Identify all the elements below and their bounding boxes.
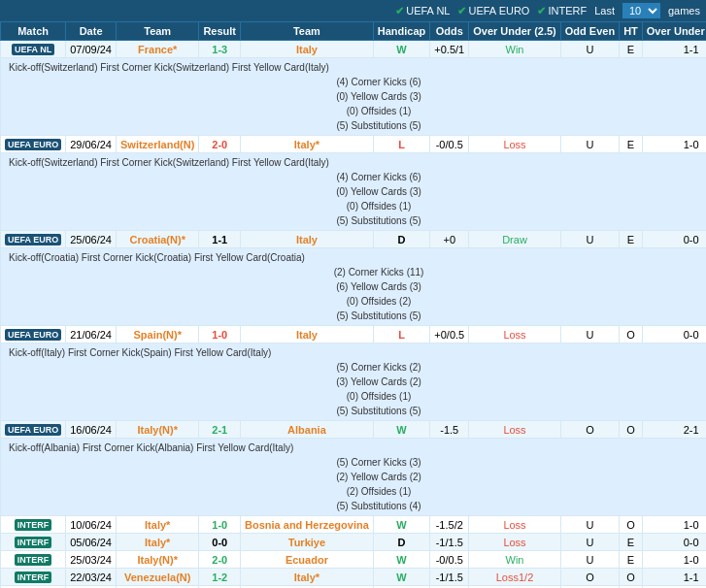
odd-even-cell: E [620, 41, 643, 58]
detail-row: Kick-off(Switzerland) First Corner Kick(… [1, 153, 707, 231]
competition-cell: UEFA EURO [1, 326, 66, 343]
result-cell: 2-0 [199, 136, 241, 153]
table-row: UEFA EURO 29/06/24 Switzerland(N) 2-0 It… [1, 136, 707, 153]
over-under-cell: U [560, 136, 619, 153]
competition-cell: INTERF [1, 516, 66, 534]
outcome-cell: L [373, 136, 430, 153]
team-away-cell: Italy* [241, 569, 374, 586]
outcome-cell: W [373, 421, 430, 439]
detail-cell: Kick-off(Switzerland) First Corner Kick(… [1, 58, 707, 136]
ht-cell: 1-0 [642, 136, 706, 153]
outcome-cell: D [373, 534, 430, 551]
over-under-cell: U [560, 41, 619, 58]
date-cell: 22/03/24 [66, 569, 117, 586]
games-label: games [668, 5, 700, 16]
ht-cell: 1-0 [642, 516, 706, 534]
result-cell: 1-0 [199, 326, 241, 343]
outcome-cell: D [373, 231, 430, 248]
col-match: Match [1, 22, 66, 41]
date-cell: 07/09/24 [66, 41, 117, 58]
team-away-cell: Albania [241, 421, 374, 439]
odd-even-cell: O [620, 516, 643, 534]
table-row: INTERF 05/06/24 Italy* 0-0 Turkiye D -1/… [1, 534, 707, 551]
competition-cell: UEFA EURO [1, 421, 66, 439]
odds-cell: Win [469, 551, 561, 569]
competition-cell: INTERF [1, 569, 66, 586]
uefa-euro-filter[interactable]: ✔ UEFA EURO [457, 5, 529, 17]
outcome-cell: W [373, 551, 430, 569]
over-under-cell: U [560, 551, 619, 569]
team-away-cell: Italy* [241, 136, 374, 153]
competition-cell: UEFA EURO [1, 136, 66, 153]
col-team-home: Team [117, 22, 199, 41]
team-away-cell: Ecuador [241, 551, 374, 569]
team-away-cell: Turkiye [241, 534, 374, 551]
outcome-cell: W [373, 41, 430, 58]
last-label: Last [594, 5, 615, 16]
odds-cell: Loss1/2 [469, 569, 561, 586]
date-cell: 25/03/24 [66, 551, 117, 569]
col-handicap: Handicap [373, 22, 430, 41]
table-row: UEFA EURO 21/06/24 Spain(N)* 1-0 Italy L… [1, 326, 707, 343]
over-under-cell: U [560, 516, 619, 534]
date-cell: 25/06/24 [66, 231, 117, 248]
odd-even-cell: O [620, 421, 643, 439]
ht-cell: 1-0 [642, 551, 706, 569]
over-under-cell: U [560, 231, 619, 248]
date-cell: 05/06/24 [66, 534, 117, 551]
team-home-cell: Venezuela(N) [117, 569, 199, 586]
competition-cell: INTERF [1, 534, 66, 551]
over-under-cell: O [560, 421, 619, 439]
handicap-cell: -0/0.5 [430, 551, 469, 569]
last-select[interactable]: 10 20 30 [622, 3, 660, 18]
team-away-cell: Italy [241, 231, 374, 248]
result-cell: 1-0 [199, 516, 241, 534]
date-cell: 21/06/24 [66, 326, 117, 343]
date-cell: 16/06/24 [66, 421, 117, 439]
outcome-cell: L [373, 326, 430, 343]
table-row: UEFA EURO 25/06/24 Croatia(N)* 1-1 Italy… [1, 231, 707, 248]
odd-even-cell: O [620, 326, 643, 343]
over-under-cell: U [560, 534, 619, 551]
odd-even-cell: E [620, 551, 643, 569]
handicap-cell: -1/1.5 [430, 569, 469, 586]
date-cell: 29/06/24 [66, 136, 117, 153]
team-home-cell: Croatia(N)* [117, 231, 199, 248]
result-cell: 2-0 [199, 551, 241, 569]
table-row: INTERF 22/03/24 Venezuela(N) 1-2 Italy* … [1, 569, 707, 586]
detail-cell: Kick-off(Italy) First Corner Kick(Spain)… [1, 343, 707, 421]
team-home-cell: Spain(N)* [117, 326, 199, 343]
ht-cell: 1-1 [642, 41, 706, 58]
ht-cell: 1-1 [642, 569, 706, 586]
table-row: UEFA EURO 16/06/24 Italy(N)* 2-1 Albania… [1, 421, 707, 439]
over-under-cell: O [560, 569, 619, 586]
interf-filter[interactable]: ✔ INTERF [537, 5, 587, 17]
detail-cell: Kick-off(Switzerland) First Corner Kick(… [1, 153, 707, 231]
odds-cell: Loss [469, 421, 561, 439]
detail-row: Kick-off(Albania) First Corner Kick(Alba… [1, 439, 707, 516]
odds-cell: Draw [469, 231, 561, 248]
odd-even-cell: E [620, 231, 643, 248]
date-cell: 10/06/24 [66, 516, 117, 534]
detail-row: Kick-off(Switzerland) First Corner Kick(… [1, 58, 707, 136]
detail-row: Kick-off(Croatia) First Corner Kick(Croa… [1, 248, 707, 326]
table-row: INTERF 10/06/24 Italy* 1-0 Bosnia and He… [1, 516, 707, 534]
ht-cell: 2-1 [642, 421, 706, 439]
col-odds: Odds [430, 22, 469, 41]
result-cell: 1-2 [199, 569, 241, 586]
odd-even-cell: E [620, 534, 643, 551]
detail-row: Kick-off(Italy) First Corner Kick(Spain)… [1, 343, 707, 421]
team-away-cell: Italy [241, 326, 374, 343]
col-result: Result [199, 22, 241, 41]
odd-even-cell: E [620, 136, 643, 153]
col-over-under-075: Over Under (0.75) [642, 22, 706, 41]
col-ht: HT [620, 22, 643, 41]
detail-cell: Kick-off(Albania) First Corner Kick(Alba… [1, 439, 707, 516]
ht-cell: 0-0 [642, 534, 706, 551]
team-home-cell: Italy(N)* [117, 421, 199, 439]
over-under-cell: U [560, 326, 619, 343]
team-home-cell: France* [117, 41, 199, 58]
result-cell: 1-1 [199, 231, 241, 248]
handicap-cell: -0/0.5 [430, 136, 469, 153]
uefa-nl-filter[interactable]: ✔ UEFA NL [395, 5, 450, 17]
